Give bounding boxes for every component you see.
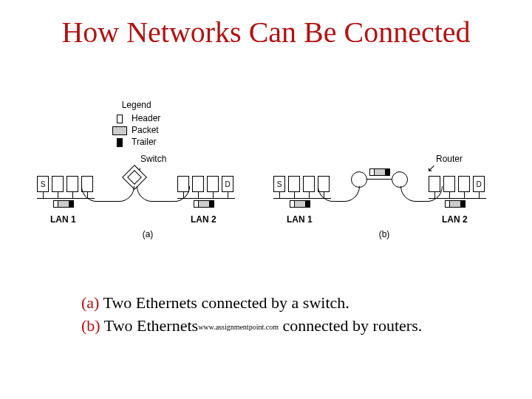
caption-b-text2: connected by routers. (279, 316, 422, 335)
host-label: S (41, 180, 46, 188)
router-icon (351, 171, 367, 188)
legend-label-trailer: Trailer (132, 137, 157, 147)
lan1-name-a: LAN 1 (50, 214, 76, 225)
host (52, 176, 64, 192)
diagram-b: Router ↙ S LAN 1 (266, 155, 502, 244)
caption-b-text1: Two Ethernets (104, 316, 198, 335)
lan2-b: D (429, 176, 485, 192)
bus-line (429, 198, 486, 199)
host (177, 176, 189, 192)
host-label: D (476, 180, 481, 188)
link-curve (318, 186, 360, 202)
bus-line (273, 198, 331, 199)
slide: How Networks Can Be Connected Legend Hea… (0, 0, 532, 399)
host-label: S (277, 180, 282, 188)
arrow-down-icon: ↙ (427, 163, 436, 173)
router-link (366, 179, 392, 180)
caption-a-text: Two Ethernets connected by a switch. (103, 293, 349, 312)
slide-title: How Networks Can Be Connected (0, 15, 532, 50)
packet-symbol-icon (112, 126, 127, 135)
lan2-a: D (177, 176, 233, 192)
router-icon (392, 171, 408, 188)
lan2-name-b: LAN 2 (442, 214, 468, 225)
legend-title: Legend (112, 100, 160, 110)
caption-b-prefix: (b) (81, 316, 104, 335)
link-curve (81, 186, 134, 202)
trailer-symbol-icon (117, 138, 123, 147)
diagram-a: Switch ↘ S LAN 1 D (30, 155, 266, 244)
host-s: S (37, 176, 49, 192)
caption-a: (a) Two Ethernets connected by a switch. (81, 292, 422, 315)
host (303, 176, 315, 192)
host (443, 176, 455, 192)
host-s: S (273, 176, 285, 192)
legend-box: Legend Header Packet Trailer (112, 100, 160, 149)
legend-row-packet: Packet (112, 125, 160, 135)
legend-label-packet: Packet (132, 125, 159, 135)
caption-b: (b) Two Ethernetswww.assignmentpoint.com… (81, 315, 422, 338)
bus-line (177, 198, 235, 199)
packet-icon (369, 168, 390, 176)
watermark-text: www.assignmentpoint.com (198, 322, 279, 332)
bus-line (37, 198, 95, 199)
lan2-name-a: LAN 2 (191, 214, 216, 225)
legend-label-header: Header (132, 113, 160, 123)
legend-row-header: Header (112, 113, 160, 123)
host (288, 176, 300, 192)
packet-icon (445, 200, 466, 208)
caption-a-prefix: (a) (81, 293, 103, 312)
host (66, 176, 78, 192)
header-symbol-icon (117, 115, 123, 123)
host (429, 176, 440, 192)
host-d: D (222, 176, 233, 192)
switch-label: Switch (140, 154, 166, 164)
host (192, 176, 204, 192)
router-label: Router (436, 154, 463, 164)
lan1-name-b: LAN 1 (287, 214, 313, 225)
host (458, 176, 470, 192)
sublabel-b: (b) (266, 229, 502, 239)
packet-icon (290, 200, 310, 208)
diagram-area: Switch ↘ S LAN 1 D (30, 155, 502, 244)
host (207, 176, 219, 192)
packet-icon (194, 200, 214, 208)
caption-block: (a) Two Ethernets connected by a switch.… (81, 292, 422, 338)
packet-icon (53, 200, 74, 208)
sublabel-a: (a) (30, 229, 266, 239)
legend-row-trailer: Trailer (112, 137, 160, 147)
host-d: D (473, 176, 485, 192)
host-label: D (225, 180, 230, 188)
